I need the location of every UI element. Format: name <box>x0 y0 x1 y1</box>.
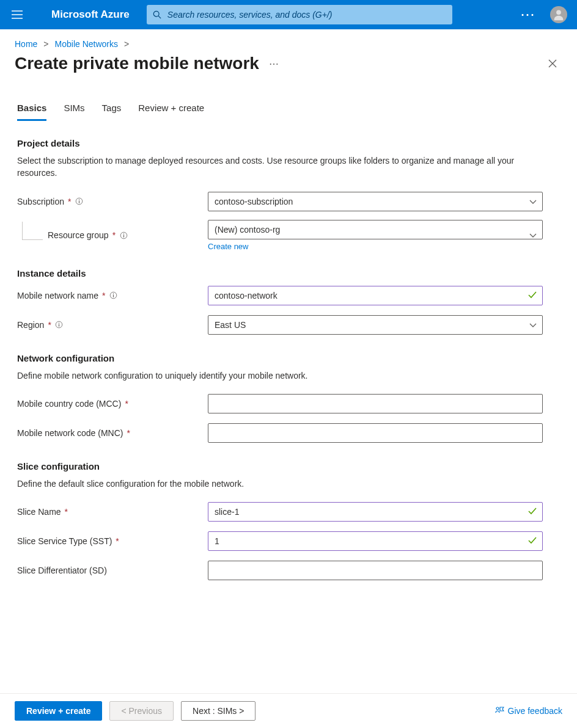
sst-input[interactable] <box>208 531 543 551</box>
title-more-icon[interactable]: ⋯ <box>269 58 280 70</box>
tabs: Basics SIMs Tags Review + create <box>0 103 577 121</box>
info-icon[interactable] <box>75 197 84 206</box>
svg-rect-5 <box>79 201 79 203</box>
mnc-input[interactable] <box>208 423 543 443</box>
svg-point-13 <box>59 322 59 323</box>
tab-sims[interactable]: SIMs <box>64 103 84 121</box>
svg-point-2 <box>556 10 561 15</box>
tab-basics[interactable]: Basics <box>17 103 46 121</box>
resource-group-select[interactable] <box>208 220 543 239</box>
create-new-link[interactable]: Create new <box>208 242 248 251</box>
required-asterisk: * <box>125 399 128 409</box>
breadcrumb-mobile-networks[interactable]: Mobile Networks <box>55 39 118 49</box>
mcc-input[interactable] <box>208 394 543 413</box>
tab-tags[interactable]: Tags <box>102 103 122 121</box>
chevron-right-icon: > <box>124 39 129 49</box>
label-mnc: Mobile network code (MNC) * <box>17 428 208 438</box>
section-title-netconf: Network configuration <box>17 353 560 363</box>
label-subscription: Subscription * <box>17 197 208 206</box>
section-title-slice: Slice configuration <box>17 461 560 471</box>
label-region: Region * <box>17 320 208 330</box>
label-sst: Slice Service Type (SST) * <box>17 536 208 546</box>
svg-point-10 <box>113 293 114 294</box>
topbar-more-icon[interactable]: ⋯ <box>516 6 540 23</box>
section-desc-project: Select the subscription to manage deploy… <box>17 155 518 180</box>
section-title-instance: Instance details <box>17 268 560 278</box>
svg-point-7 <box>123 233 123 234</box>
required-asterisk: * <box>116 536 119 546</box>
page-title: Create private mobile network <box>15 54 259 73</box>
label-mcc: Mobile country code (MCC) * <box>17 399 208 409</box>
required-asterisk: * <box>65 507 68 517</box>
slice-name-input[interactable] <box>208 502 543 522</box>
search-icon <box>153 10 161 19</box>
required-asterisk: * <box>48 320 51 330</box>
required-asterisk: * <box>68 197 71 206</box>
tab-review[interactable]: Review + create <box>138 103 204 121</box>
required-asterisk: * <box>102 291 105 300</box>
svg-rect-11 <box>113 295 114 297</box>
sd-input[interactable] <box>208 561 543 580</box>
svg-line-1 <box>158 16 161 18</box>
search-wrap <box>147 5 452 24</box>
required-asterisk: * <box>112 230 116 240</box>
tree-connector <box>22 222 43 240</box>
required-asterisk: * <box>127 428 130 438</box>
label-sd: Slice Differentiator (SD) <box>17 566 208 575</box>
breadcrumb: Home > Mobile Networks > <box>0 29 577 54</box>
close-icon[interactable] <box>543 54 562 73</box>
section-title-project: Project details <box>17 138 560 148</box>
topbar: Microsoft Azure ⋯ <box>0 0 577 29</box>
svg-point-0 <box>153 11 159 16</box>
label-mobile-network-name: Mobile network name * <box>17 291 208 300</box>
label-slice-name: Slice Name * <box>17 507 208 517</box>
info-icon[interactable] <box>119 231 128 239</box>
info-icon[interactable] <box>55 321 64 329</box>
info-icon[interactable] <box>109 291 118 300</box>
brand-label[interactable]: Microsoft Azure <box>51 9 130 21</box>
title-row: Create private mobile network ⋯ <box>0 54 577 90</box>
hamburger-icon[interactable] <box>10 7 24 22</box>
breadcrumb-home[interactable]: Home <box>15 39 37 49</box>
subscription-select[interactable] <box>208 192 543 211</box>
svg-rect-8 <box>123 235 124 237</box>
section-desc-netconf: Define mobile network configuration to u… <box>17 369 518 382</box>
label-resource-group: Resource group * <box>17 230 208 240</box>
search-input[interactable] <box>147 5 452 24</box>
form-content: Project details Select the subscription … <box>0 121 577 644</box>
region-select[interactable] <box>208 315 543 335</box>
avatar[interactable] <box>550 6 567 23</box>
section-desc-slice: Define the default slice configuration f… <box>17 478 518 490</box>
svg-rect-14 <box>59 324 59 327</box>
chevron-right-icon: > <box>43 39 48 49</box>
mobile-network-name-input[interactable] <box>208 286 543 305</box>
svg-point-4 <box>79 199 79 200</box>
